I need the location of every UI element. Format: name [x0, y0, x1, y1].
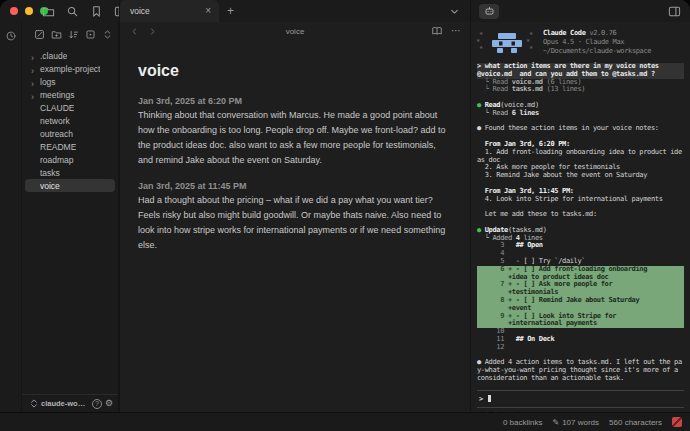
file-label: README [40, 142, 76, 152]
sidebar-file-roadmap[interactable]: roadmap [25, 153, 115, 166]
entry-text: Thinking about that conversation with Ma… [138, 108, 452, 168]
editor-pane: voice ⋯ voice Jan 3rd, 2025 at 6:20 PM T… [119, 22, 470, 412]
entry-heading: Jan 3rd, 2025 at 6:20 PM [138, 96, 452, 106]
input-prompt: > [479, 395, 487, 403]
sidebar-file-readme[interactable]: README [25, 140, 115, 153]
search-tab-icon[interactable] [64, 3, 80, 19]
note-editor[interactable]: voice Jan 3rd, 2025 at 6:20 PM Thinking … [120, 40, 470, 253]
status-bar: 0 backlinks ✎107 words 560 characters [0, 412, 690, 431]
claude-brand: Claude Code v2.0.76 Opus 4.5 · Claude Ma… [543, 29, 651, 56]
auto-reveal-icon[interactable] [83, 26, 97, 42]
terminal-line: Let me add these to tasks.md: [477, 211, 684, 219]
file-tree: .claudeexample-projectlogsmeetingsCLAUDE… [22, 46, 118, 394]
minimize-window-button[interactable] [25, 7, 33, 15]
file-label: roadmap [40, 155, 74, 165]
terminal-line: └ Read 6 lines [477, 110, 684, 118]
sync-error-icon[interactable] [672, 417, 682, 427]
entry-text: Had a thought about the pricing – what i… [138, 193, 452, 253]
sparkle-glyph: * [479, 46, 485, 53]
folder-label: .claude [40, 51, 67, 61]
character-count[interactable]: 560 characters [609, 418, 662, 427]
view-header: voice ⋯ [120, 22, 470, 40]
sidebar-file-voice[interactable]: voice [25, 179, 115, 192]
clock-icon[interactable] [3, 28, 19, 44]
bookmarks-tab-icon[interactable] [88, 3, 104, 19]
left-ribbon [0, 22, 22, 412]
vault-updown-icon [29, 398, 38, 410]
file-explorer: .claudeexample-projectlogsmeetingsCLAUDE… [22, 22, 119, 412]
entry-heading: Jan 3rd, 2025 at 11:45 PM [138, 181, 452, 191]
close-tab-icon[interactable]: × [203, 6, 213, 16]
workspace-icons [40, 0, 128, 22]
file-explorer-tab-icon[interactable] [40, 3, 56, 19]
claude-code-panel: *** *** Claude Code v2.0.76 Opus 4.5 · C… [470, 22, 690, 412]
note-entry: Jan 3rd, 2025 at 11:45 PM Had a thought … [138, 181, 452, 253]
view-actions: ⋯ [429, 23, 462, 39]
explorer-toolbar [22, 22, 118, 46]
obsidian-window: voice × + [0, 0, 690, 431]
sidebar-file-network[interactable]: network [25, 114, 115, 127]
sparkles-right: *** [529, 32, 535, 53]
terminal-lines: > what action items are there in my voic… [477, 63, 684, 383]
new-folder-icon[interactable] [49, 26, 63, 42]
reading-mode-book-icon[interactable] [429, 23, 445, 39]
sidebar-file-tasks[interactable]: tasks [25, 166, 115, 179]
terminal-line: consideration than an actionable task. [477, 375, 684, 383]
nav-arrows [128, 23, 158, 39]
file-label: tasks [40, 168, 60, 178]
backlinks-count[interactable]: 0 backlinks [503, 418, 543, 427]
folder-label: logs [40, 77, 56, 87]
tab-voice[interactable]: voice × [120, 0, 219, 22]
claude-logo-row: *** *** Claude Code v2.0.76 Opus 4.5 · C… [479, 29, 684, 56]
sidebar-file-claude[interactable]: CLAUDE [25, 101, 115, 114]
collapse-all-icon[interactable] [100, 26, 114, 42]
new-tab-button[interactable]: + [219, 5, 242, 17]
word-count[interactable]: ✎107 words [552, 418, 599, 427]
tab-bar: voice × + [119, 0, 470, 22]
sparkles-left: *** [479, 32, 485, 53]
tab-list-chevron-icon[interactable] [446, 3, 462, 19]
file-label: voice [40, 181, 60, 191]
vault-name: claude-wo… [41, 399, 89, 408]
sidebar-file-outreach[interactable]: outreach [25, 127, 115, 140]
terminal-line: 3 ## Open [477, 242, 684, 250]
titlebar: voice × + [0, 0, 690, 22]
tab-title: voice [130, 6, 199, 16]
sidebar-folder-example-project[interactable]: example-project [25, 62, 115, 75]
folder-label: example-project [40, 64, 100, 74]
sidebar-folder-logs[interactable]: logs [25, 75, 115, 88]
terminal-line: +international payments [477, 320, 684, 328]
settings-gear-icon[interactable]: ⚙ [105, 399, 113, 408]
terminal-line: 3. Remind Jake about the event on Saturd… [477, 172, 684, 180]
terminal-line: 1. Add front-loading onboarding idea to … [477, 149, 684, 157]
brand-model: Opus 4.5 · Claude Max [543, 38, 651, 47]
text-cursor [488, 395, 492, 402]
terminal-line: 12 [477, 344, 684, 352]
claude-code-icon [484, 6, 495, 16]
note-entry: Jan 3rd, 2025 at 6:20 PM Thinking about … [138, 96, 452, 168]
terminal-input[interactable]: > [477, 390, 684, 409]
terminal-line: └ Read tasks.md (13 lines) [477, 86, 684, 94]
sort-order-icon[interactable] [66, 26, 80, 42]
pencil-icon: ✎ [552, 418, 559, 427]
brand-name: Claude Code [543, 29, 586, 37]
terminal-line: 4. Look into Stripe for international pa… [477, 196, 684, 204]
back-icon[interactable] [128, 23, 140, 39]
close-window-button[interactable] [10, 7, 18, 15]
file-label: outreach [40, 129, 73, 139]
folder-label: meetings [40, 90, 75, 100]
right-sidebar-toggle-icon[interactable] [666, 3, 682, 19]
breadcrumb: voice [120, 27, 470, 36]
help-button[interactable]: ? [92, 399, 102, 409]
vault-switcher[interactable]: claude-wo… ? ⚙ [22, 394, 118, 412]
claude-code-tab-button[interactable] [479, 4, 499, 19]
right-panel-header [470, 0, 690, 22]
forward-icon[interactable] [146, 23, 158, 39]
terminal: *** *** Claude Code v2.0.76 Opus 4.5 · C… [471, 22, 690, 420]
sidebar-folder--claude[interactable]: .claude [25, 49, 115, 62]
new-note-icon[interactable] [32, 26, 46, 42]
file-label: network [40, 116, 70, 126]
terminal-line: 11 ## On Deck [477, 336, 684, 344]
sidebar-folder-meetings[interactable]: meetings [25, 88, 115, 101]
more-options-icon[interactable]: ⋯ [451, 28, 462, 34]
